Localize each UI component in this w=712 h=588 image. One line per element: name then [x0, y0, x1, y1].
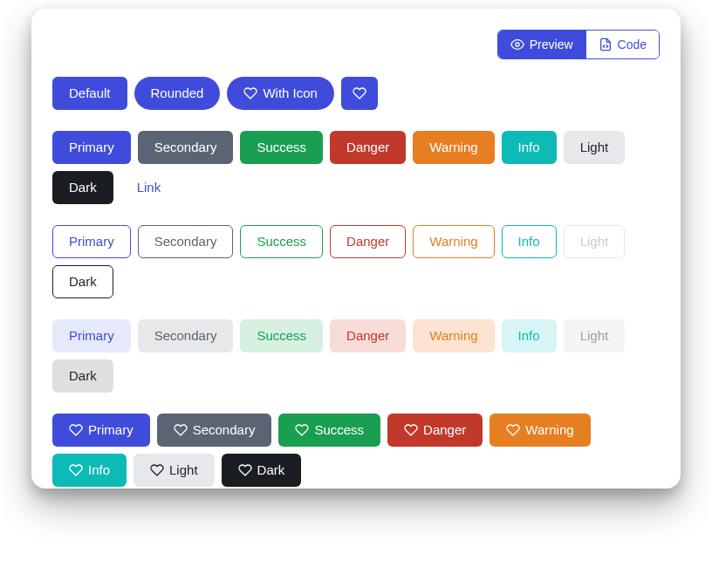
button-label: Secondary	[154, 234, 217, 250]
button-label: Danger	[346, 234, 389, 250]
heart-icon	[404, 423, 418, 437]
heart-icon	[353, 86, 366, 100]
button-label: Primary	[69, 234, 114, 250]
soft-secondary-button[interactable]: Secondary	[138, 319, 234, 352]
icon-primary-button[interactable]: Primary	[52, 414, 150, 447]
soft-light-button[interactable]: Light	[564, 319, 626, 352]
soft-dark-button[interactable]: Dark	[52, 359, 113, 393]
button-label: Info	[518, 328, 540, 344]
warning-button[interactable]: Warning	[413, 131, 494, 164]
heart-icon	[238, 463, 252, 477]
button-label: Light	[169, 462, 198, 478]
icon-success-button[interactable]: Success	[278, 414, 380, 447]
svg-point-0	[516, 43, 519, 46]
component-card: Preview Code Default Rounded With Icon	[31, 9, 681, 489]
button-label: Warning	[429, 234, 477, 250]
soft-primary-button[interactable]: Primary	[52, 319, 131, 352]
button-label: Default	[69, 85, 111, 101]
icon-light-button[interactable]: Light	[134, 454, 215, 487]
button-label: Rounded	[151, 85, 204, 101]
button-label: Secondary	[154, 140, 217, 155]
preview-tab[interactable]: Preview	[498, 31, 585, 58]
link-button[interactable]: Link	[120, 171, 178, 204]
icon-warning-button[interactable]: Warning	[490, 414, 590, 447]
button-label: Warning	[429, 328, 477, 344]
button-label: Primary	[69, 140, 114, 155]
button-label: Success	[257, 234, 306, 250]
eye-icon	[510, 38, 524, 51]
outline-primary-button[interactable]: Primary	[52, 225, 131, 258]
button-label: Success	[257, 328, 306, 344]
button-label: Warning	[525, 422, 573, 438]
heart-icon	[69, 423, 83, 437]
soft-info-button[interactable]: Info	[502, 319, 557, 352]
button-label: Primary	[69, 328, 114, 344]
button-label: Info	[518, 234, 540, 250]
outline-variants-row: Primary Secondary Success Danger Warning…	[52, 225, 660, 298]
with-icon-button[interactable]: With Icon	[227, 77, 334, 110]
button-shapes-row: Default Rounded With Icon	[52, 77, 660, 110]
heart-icon	[150, 463, 164, 477]
outline-dark-button[interactable]: Dark	[52, 265, 113, 298]
icon-danger-button[interactable]: Danger	[387, 414, 483, 447]
button-label: Dark	[69, 274, 97, 290]
soft-variants-row: Primary Secondary Success Danger Warning…	[52, 319, 660, 393]
solid-icon-variants-row: Primary Secondary Success Danger Warning…	[52, 414, 660, 487]
rounded-button[interactable]: Rounded	[134, 77, 221, 110]
outline-light-button[interactable]: Light	[564, 225, 626, 258]
heart-icon	[69, 463, 83, 477]
button-label: Link	[137, 180, 161, 195]
code-tab[interactable]: Code	[585, 31, 659, 58]
soft-success-button[interactable]: Success	[240, 319, 323, 352]
heart-icon	[506, 423, 520, 437]
solid-variants-row: Primary Secondary Success Danger Warning…	[52, 131, 660, 204]
button-label: Dark	[69, 180, 97, 195]
heart-icon	[243, 86, 257, 100]
button-label: Light	[580, 328, 609, 344]
outline-info-button[interactable]: Info	[502, 225, 557, 258]
button-label: Danger	[346, 140, 389, 155]
button-label: Light	[580, 140, 609, 155]
button-label: Light	[580, 234, 609, 250]
button-label: Danger	[346, 328, 389, 344]
heart-icon	[295, 423, 309, 437]
code-icon	[599, 38, 613, 51]
outline-success-button[interactable]: Success	[240, 225, 323, 258]
button-label: Dark	[69, 368, 97, 384]
light-button[interactable]: Light	[564, 131, 626, 164]
secondary-button[interactable]: Secondary	[138, 131, 234, 164]
success-button[interactable]: Success	[240, 131, 323, 164]
button-label: Info	[88, 462, 110, 478]
button-label: Success	[314, 422, 364, 438]
danger-button[interactable]: Danger	[330, 131, 406, 164]
button-label: Success	[257, 140, 306, 155]
preview-code-toggle: Preview Code	[497, 30, 660, 59]
icon-info-button[interactable]: Info	[52, 454, 127, 487]
button-label: Secondary	[193, 422, 256, 438]
icon-secondary-button[interactable]: Secondary	[157, 414, 272, 447]
icon-only-button[interactable]	[341, 77, 378, 110]
dark-button[interactable]: Dark	[52, 171, 113, 204]
info-button[interactable]: Info	[502, 131, 557, 164]
button-label: Secondary	[154, 328, 217, 344]
button-label: Primary	[88, 422, 134, 438]
heart-icon	[174, 423, 188, 437]
outline-secondary-button[interactable]: Secondary	[138, 225, 234, 258]
button-label: Warning	[429, 140, 477, 155]
button-label: Info	[518, 140, 540, 155]
button-label: With Icon	[263, 85, 318, 101]
outline-warning-button[interactable]: Warning	[413, 225, 494, 258]
icon-dark-button[interactable]: Dark	[222, 454, 302, 487]
soft-warning-button[interactable]: Warning	[413, 319, 494, 352]
soft-danger-button[interactable]: Danger	[330, 319, 406, 352]
code-tab-label: Code	[618, 38, 647, 51]
button-label: Dark	[257, 462, 285, 478]
card-header: Preview Code	[52, 30, 660, 59]
primary-button[interactable]: Primary	[52, 131, 131, 164]
default-button[interactable]: Default	[52, 77, 127, 110]
preview-tab-label: Preview	[530, 38, 573, 51]
outline-danger-button[interactable]: Danger	[330, 225, 406, 258]
button-label: Danger	[423, 422, 466, 438]
